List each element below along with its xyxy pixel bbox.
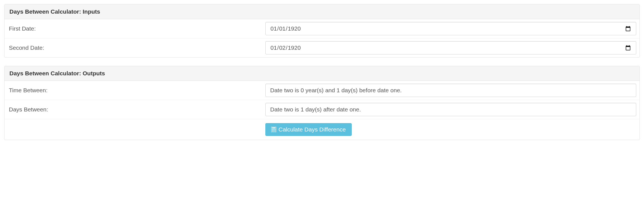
calculate-button[interactable]: Calculate Days Difference (265, 123, 351, 136)
inputs-heading: Days Between Calculator: Inputs (4, 4, 640, 19)
first-date-field-wrap (265, 22, 636, 35)
svg-rect-6 (273, 131, 274, 131)
outputs-body: Time Between: Days Between: (4, 81, 640, 140)
days-between-label: Days Between: (8, 104, 265, 115)
calculate-field-wrap: Calculate Days Difference (265, 123, 636, 136)
second-date-label: Second Date: (8, 42, 265, 53)
outputs-heading: Days Between Calculator: Outputs (4, 66, 640, 81)
first-date-row: First Date: (4, 19, 640, 38)
svg-rect-7 (275, 131, 275, 131)
days-between-output (265, 103, 636, 116)
svg-rect-1 (272, 128, 276, 129)
inputs-body: First Date: Second Date: (4, 19, 640, 57)
second-date-field-wrap (265, 41, 636, 54)
first-date-label: First Date: (8, 23, 265, 34)
svg-rect-4 (275, 129, 275, 130)
outputs-panel: Days Between Calculator: Outputs Time Be… (4, 66, 640, 140)
svg-rect-5 (272, 131, 273, 131)
time-between-label: Time Between: (8, 85, 265, 96)
first-date-input[interactable] (265, 22, 636, 35)
calculate-row: Calculate Days Difference (4, 119, 640, 140)
time-between-row: Time Between: (4, 81, 640, 100)
days-between-row: Days Between: (4, 100, 640, 119)
time-between-field-wrap (265, 84, 636, 97)
days-between-field-wrap (265, 103, 636, 116)
calculator-icon (271, 127, 276, 132)
second-date-row: Second Date: (4, 38, 640, 57)
svg-rect-2 (272, 129, 273, 130)
svg-rect-3 (273, 129, 274, 130)
second-date-input[interactable] (265, 41, 636, 54)
time-between-output (265, 84, 636, 97)
calculate-button-label: Calculate Days Difference (278, 126, 346, 133)
inputs-panel: Days Between Calculator: Inputs First Da… (4, 4, 640, 58)
